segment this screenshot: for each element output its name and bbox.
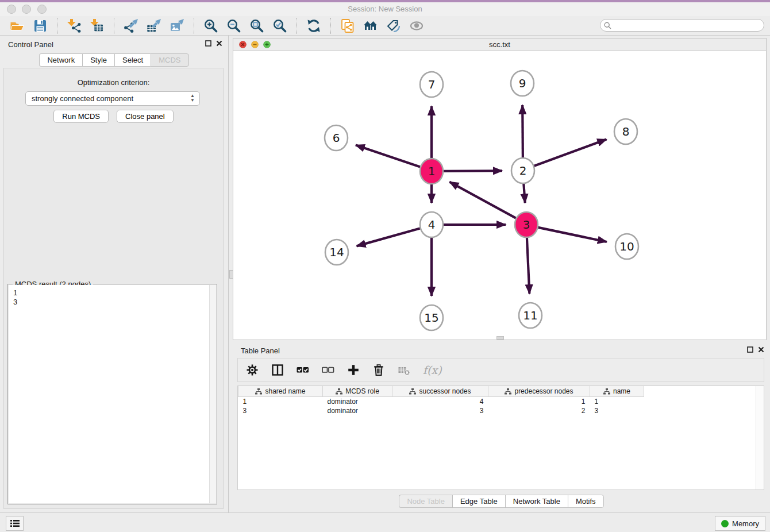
memory-label: Memory [732,519,759,528]
delete-row-icon[interactable] [372,363,385,377]
graph-node-7[interactable]: 7 [420,72,443,97]
network-canvas[interactable]: 7968124314101511 [233,51,766,340]
column-header-successor-nodes[interactable]: successor nodes [392,386,488,397]
graph-edge-3-1[interactable] [449,182,515,218]
graph-node-11[interactable]: 11 [519,303,542,328]
close-panel-icon[interactable] [216,40,222,47]
optimization-criterion-select[interactable]: strongly connected component ▲▼ [25,91,200,106]
cell-name[interactable]: 3 [590,406,644,415]
cell-predecessor-nodes[interactable]: 2 [488,406,590,415]
zoom-in-icon[interactable] [202,18,220,34]
zoom-out-icon[interactable] [225,18,242,34]
graph-edge-3-10[interactable] [538,228,607,242]
svg-text:8: 8 [622,125,630,138]
table-row[interactable]: 1dominator411 [238,397,644,407]
import-table-icon[interactable] [88,18,106,34]
optimization-criterion-label: Optimization criterion: [4,78,223,87]
tab-network-table[interactable]: Network Table [505,495,568,508]
optimization-criterion-value: strongly connected component [32,94,133,103]
network-view-window: scc.txt 7968124314101511 [233,38,767,340]
close-table-panel-icon[interactable] [758,346,764,353]
tab-mcds[interactable]: MCDS [151,53,188,67]
float-panel-icon[interactable] [205,40,211,47]
tab-edge-table[interactable]: Edge Table [452,495,505,508]
close-view-icon[interactable] [239,41,247,48]
zoom-fit-icon[interactable] [248,18,265,34]
tab-node-table[interactable]: Node Table [399,495,452,508]
graph-node-2[interactable]: 2 [511,158,534,183]
graph-edge-2-9[interactable] [522,105,523,157]
cell-predecessor-nodes[interactable]: 1 [488,397,590,407]
minimize-view-icon[interactable] [251,41,259,48]
graph-node-1[interactable]: 1 [420,159,443,184]
clone-network-icon[interactable] [339,18,356,34]
mcds-result-scrollbar[interactable] [209,285,216,503]
tab-style[interactable]: Style [82,53,114,67]
run-mcds-button[interactable]: Run MCDS [53,110,109,123]
maximize-view-icon[interactable] [263,41,271,48]
cell-MCDS-role[interactable]: dominator [323,397,392,407]
graph-node-3[interactable]: 3 [515,212,538,237]
graphics-details-icon[interactable] [408,18,425,34]
graph-node-10[interactable]: 10 [615,234,638,259]
cell-MCDS-role[interactable]: dominator [323,406,392,415]
canvas-resize-grip[interactable] [496,336,504,340]
float-table-panel-icon[interactable] [747,346,753,353]
import-network-icon[interactable] [66,18,83,34]
graph-node-15[interactable]: 15 [420,305,443,330]
cell-successor-nodes[interactable]: 4 [392,397,488,407]
graph-node-8[interactable]: 8 [614,119,637,144]
cell-shared-name[interactable]: 1 [238,397,323,407]
first-neighbors-icon[interactable] [362,18,379,34]
column-header-MCDS-role[interactable]: MCDS role [323,386,392,397]
graph-node-6[interactable]: 6 [325,125,348,151]
cell-successor-nodes[interactable]: 3 [392,406,488,415]
function-builder-icon: f(x) [423,363,442,377]
tab-select[interactable]: Select [114,53,151,67]
zoom-selected-icon[interactable] [271,18,288,34]
graph-node-9[interactable]: 9 [511,71,534,96]
memory-button[interactable]: Memory [715,516,765,531]
graph-edge-2-8[interactable] [534,139,607,165]
annotations-toggle-icon[interactable] [385,18,402,34]
apply-layout-icon[interactable] [305,18,322,34]
open-folder-icon[interactable] [9,18,26,34]
close-panel-button[interactable]: Close panel [117,110,174,123]
table-scrollbar[interactable] [756,386,764,489]
export-network-icon[interactable] [122,18,140,34]
export-image-icon[interactable] [168,18,186,34]
column-header-predecessor-nodes[interactable]: predecessor nodes [488,386,590,397]
minimize-window-icon[interactable] [22,5,31,14]
cell-name[interactable]: 1 [590,397,644,407]
cell-shared-name[interactable]: 3 [238,406,323,415]
column-header-shared-name[interactable]: shared name [238,386,323,397]
network-window-titlebar[interactable]: scc.txt [233,38,766,51]
tab-motifs[interactable]: Motifs [568,495,604,508]
split-columns-icon[interactable] [271,363,284,377]
settings-gear-icon[interactable] [246,363,259,377]
graph-edge-2-3[interactable] [523,184,525,203]
save-session-icon[interactable] [32,18,49,34]
zoom-window-icon[interactable] [37,5,47,14]
graph-edge-1-2[interactable] [444,171,502,171]
column-header-name[interactable]: name [590,386,644,397]
deselect-all-icon[interactable] [322,363,334,377]
close-window-icon[interactable] [7,5,16,14]
app-titlebar: Session: New Session [0,2,770,16]
graph-node-14[interactable]: 14 [325,240,348,265]
select-all-icon[interactable] [297,363,309,377]
search-field[interactable] [600,19,764,32]
graph-node-4[interactable]: 4 [420,212,443,237]
graph-edge-1-6[interactable] [356,145,420,167]
graph-edge-3-11[interactable] [527,238,529,294]
tab-network[interactable]: Network [39,53,82,67]
table-row[interactable]: 3dominator323 [238,406,644,415]
svg-text:4: 4 [428,218,436,232]
search-input[interactable] [614,21,754,30]
toolbar-separator [114,18,114,34]
task-history-button[interactable] [6,516,24,531]
mcds-result-textarea[interactable]: 13 [9,285,216,503]
add-row-icon[interactable] [347,363,360,377]
graph-edge-4-14[interactable] [357,228,420,246]
export-table-icon[interactable] [145,18,163,34]
